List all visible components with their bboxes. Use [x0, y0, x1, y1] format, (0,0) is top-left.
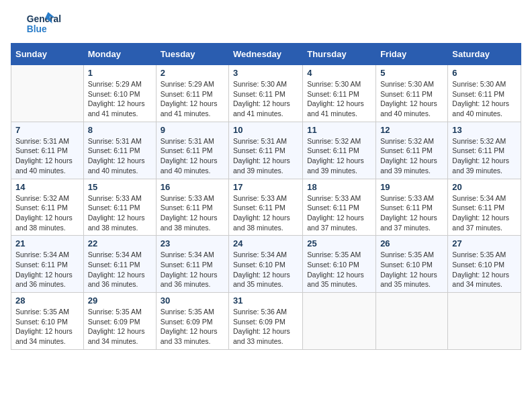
calendar-cell: 15Sunrise: 5:33 AMSunset: 6:11 PMDayligh… — [83, 179, 156, 236]
header: General Blue — [11, 11, 521, 38]
calendar-cell: 13Sunrise: 5:32 AMSunset: 6:11 PMDayligh… — [448, 122, 521, 179]
calendar-cell — [303, 293, 376, 350]
day-number: 16 — [161, 182, 224, 192]
calendar-cell: 17Sunrise: 5:33 AMSunset: 6:11 PMDayligh… — [229, 179, 303, 236]
day-detail: Sunrise: 5:35 AMSunset: 6:10 PMDaylight:… — [452, 250, 517, 289]
day-detail: Sunrise: 5:29 AMSunset: 6:11 PMDaylight:… — [161, 79, 224, 119]
day-detail: Sunrise: 5:29 AMSunset: 6:10 PMDaylight:… — [88, 79, 152, 119]
day-number: 20 — [452, 182, 517, 192]
day-detail: Sunrise: 5:34 AMSunset: 6:10 PMDaylight:… — [233, 250, 298, 289]
calendar-week-row: 14Sunrise: 5:32 AMSunset: 6:11 PMDayligh… — [11, 179, 521, 236]
day-number: 13 — [452, 125, 517, 135]
day-detail: Sunrise: 5:31 AMSunset: 6:11 PMDaylight:… — [233, 136, 298, 176]
calendar-cell: 22Sunrise: 5:34 AMSunset: 6:11 PMDayligh… — [83, 236, 156, 293]
weekday-header-thursday: Thursday — [303, 44, 376, 65]
calendar-cell: 29Sunrise: 5:35 AMSunset: 6:09 PMDayligh… — [83, 293, 156, 350]
day-number: 4 — [307, 68, 371, 78]
day-number: 5 — [380, 68, 443, 78]
day-detail: Sunrise: 5:33 AMSunset: 6:11 PMDaylight:… — [380, 193, 443, 233]
calendar-cell: 25Sunrise: 5:35 AMSunset: 6:10 PMDayligh… — [303, 236, 376, 293]
day-number: 27 — [452, 238, 517, 248]
weekday-header-saturday: Saturday — [448, 44, 521, 65]
weekday-header-friday: Friday — [376, 44, 448, 65]
day-detail: Sunrise: 5:34 AMSunset: 6:11 PMDaylight:… — [88, 250, 152, 289]
weekday-header-tuesday: Tuesday — [156, 44, 228, 65]
calendar-cell — [448, 293, 521, 350]
calendar-cell: 14Sunrise: 5:32 AMSunset: 6:11 PMDayligh… — [11, 179, 84, 236]
weekday-header-sunday: Sunday — [11, 44, 84, 65]
day-number: 25 — [307, 238, 371, 248]
day-detail: Sunrise: 5:31 AMSunset: 6:11 PMDaylight:… — [15, 136, 79, 176]
calendar-cell: 6Sunrise: 5:30 AMSunset: 6:11 PMDaylight… — [448, 65, 521, 122]
day-number: 3 — [233, 68, 298, 78]
logo: General Blue — [11, 11, 71, 38]
calendar-cell: 21Sunrise: 5:34 AMSunset: 6:11 PMDayligh… — [11, 236, 84, 293]
weekday-header-row: SundayMondayTuesdayWednesdayThursdayFrid… — [11, 44, 521, 65]
day-number: 24 — [233, 238, 298, 248]
day-detail: Sunrise: 5:32 AMSunset: 6:11 PMDaylight:… — [307, 136, 371, 176]
day-detail: Sunrise: 5:34 AMSunset: 6:11 PMDaylight:… — [15, 250, 79, 289]
svg-text:Blue: Blue — [27, 24, 47, 34]
calendar-cell: 10Sunrise: 5:31 AMSunset: 6:11 PMDayligh… — [229, 122, 303, 179]
day-detail: Sunrise: 5:30 AMSunset: 6:11 PMDaylight:… — [380, 79, 443, 119]
day-number: 26 — [380, 238, 443, 248]
calendar-cell: 9Sunrise: 5:31 AMSunset: 6:11 PMDaylight… — [156, 122, 228, 179]
calendar-cell: 16Sunrise: 5:33 AMSunset: 6:11 PMDayligh… — [156, 179, 228, 236]
calendar-cell: 5Sunrise: 5:30 AMSunset: 6:11 PMDaylight… — [376, 65, 448, 122]
day-detail: Sunrise: 5:32 AMSunset: 6:11 PMDaylight:… — [452, 136, 517, 176]
calendar-week-row: 7Sunrise: 5:31 AMSunset: 6:11 PMDaylight… — [11, 122, 521, 179]
day-number: 1 — [88, 68, 152, 78]
calendar-cell: 20Sunrise: 5:34 AMSunset: 6:11 PMDayligh… — [448, 179, 521, 236]
calendar-cell: 30Sunrise: 5:35 AMSunset: 6:09 PMDayligh… — [156, 293, 228, 350]
calendar-cell: 18Sunrise: 5:33 AMSunset: 6:11 PMDayligh… — [303, 179, 376, 236]
calendar-cell: 31Sunrise: 5:36 AMSunset: 6:09 PMDayligh… — [229, 293, 303, 350]
day-number: 10 — [233, 125, 298, 135]
weekday-header-monday: Monday — [83, 44, 156, 65]
day-number: 6 — [452, 68, 517, 78]
calendar-cell: 4Sunrise: 5:30 AMSunset: 6:11 PMDaylight… — [303, 65, 376, 122]
day-number: 19 — [380, 182, 443, 192]
day-detail: Sunrise: 5:35 AMSunset: 6:10 PMDaylight:… — [380, 250, 443, 289]
day-number: 29 — [88, 295, 152, 306]
calendar-cell: 19Sunrise: 5:33 AMSunset: 6:11 PMDayligh… — [376, 179, 448, 236]
day-number: 8 — [88, 125, 152, 135]
calendar-cell: 23Sunrise: 5:34 AMSunset: 6:11 PMDayligh… — [156, 236, 228, 293]
day-detail: Sunrise: 5:35 AMSunset: 6:10 PMDaylight:… — [307, 250, 371, 289]
calendar-week-row: 28Sunrise: 5:35 AMSunset: 6:10 PMDayligh… — [11, 293, 521, 350]
calendar-week-row: 1Sunrise: 5:29 AMSunset: 6:10 PMDaylight… — [11, 65, 521, 122]
calendar-cell: 24Sunrise: 5:34 AMSunset: 6:10 PMDayligh… — [229, 236, 303, 293]
day-detail: Sunrise: 5:35 AMSunset: 6:09 PMDaylight:… — [88, 307, 152, 347]
day-detail: Sunrise: 5:33 AMSunset: 6:11 PMDaylight:… — [233, 193, 298, 233]
day-number: 22 — [88, 238, 152, 248]
calendar-cell: 1Sunrise: 5:29 AMSunset: 6:10 PMDaylight… — [83, 65, 156, 122]
day-number: 31 — [233, 295, 298, 306]
day-detail: Sunrise: 5:32 AMSunset: 6:11 PMDaylight:… — [380, 136, 443, 176]
day-number: 17 — [233, 182, 298, 192]
day-detail: Sunrise: 5:30 AMSunset: 6:11 PMDaylight:… — [233, 79, 298, 119]
calendar-table: SundayMondayTuesdayWednesdayThursdayFrid… — [11, 43, 521, 350]
calendar-cell: 7Sunrise: 5:31 AMSunset: 6:11 PMDaylight… — [11, 122, 84, 179]
day-detail: Sunrise: 5:33 AMSunset: 6:11 PMDaylight:… — [88, 193, 152, 233]
calendar-cell: 12Sunrise: 5:32 AMSunset: 6:11 PMDayligh… — [376, 122, 448, 179]
day-number: 12 — [380, 125, 443, 135]
day-detail: Sunrise: 5:30 AMSunset: 6:11 PMDaylight:… — [452, 79, 517, 119]
calendar-cell: 3Sunrise: 5:30 AMSunset: 6:11 PMDaylight… — [229, 65, 303, 122]
logo-icon: General Blue — [11, 11, 71, 38]
calendar-cell: 2Sunrise: 5:29 AMSunset: 6:11 PMDaylight… — [156, 65, 228, 122]
day-detail: Sunrise: 5:35 AMSunset: 6:09 PMDaylight:… — [161, 307, 224, 347]
calendar-cell: 11Sunrise: 5:32 AMSunset: 6:11 PMDayligh… — [303, 122, 376, 179]
day-detail: Sunrise: 5:35 AMSunset: 6:10 PMDaylight:… — [15, 307, 79, 347]
day-detail: Sunrise: 5:33 AMSunset: 6:11 PMDaylight:… — [307, 193, 371, 233]
calendar-week-row: 21Sunrise: 5:34 AMSunset: 6:11 PMDayligh… — [11, 236, 521, 293]
day-detail: Sunrise: 5:31 AMSunset: 6:11 PMDaylight:… — [88, 136, 152, 176]
day-detail: Sunrise: 5:32 AMSunset: 6:11 PMDaylight:… — [15, 193, 79, 233]
day-number: 23 — [161, 238, 224, 248]
day-number: 28 — [15, 295, 79, 306]
day-detail: Sunrise: 5:34 AMSunset: 6:11 PMDaylight:… — [452, 193, 517, 233]
weekday-header-wednesday: Wednesday — [229, 44, 303, 65]
day-number: 7 — [15, 125, 79, 135]
day-detail: Sunrise: 5:33 AMSunset: 6:11 PMDaylight:… — [161, 193, 224, 233]
calendar-cell — [376, 293, 448, 350]
day-number: 21 — [15, 238, 79, 248]
calendar-cell: 26Sunrise: 5:35 AMSunset: 6:10 PMDayligh… — [376, 236, 448, 293]
